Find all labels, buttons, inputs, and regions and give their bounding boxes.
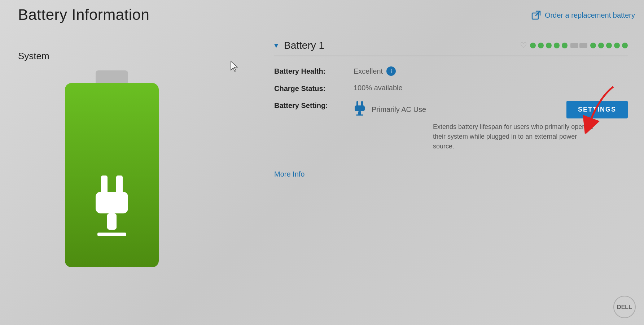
svg-rect-1: [101, 176, 108, 194]
dot-6: [590, 43, 596, 48]
page-title: Battery Information: [18, 6, 149, 23]
svg-rect-10: [358, 111, 361, 115]
mouse-cursor: ​: [230, 61, 239, 75]
right-panel: ▾ Battery 1 ♡: [274, 40, 628, 178]
svg-rect-4: [107, 213, 117, 230]
order-battery-button[interactable]: Order a replacement battery: [531, 10, 635, 20]
battery-fill: [65, 83, 159, 267]
battery-title: Battery 1: [284, 40, 514, 51]
charge-status-row: Charge Status: 100% available: [274, 84, 628, 93]
battery-bar: [570, 43, 587, 48]
plug-setting-icon: [354, 101, 366, 118]
heart-icon: ♡: [520, 41, 527, 50]
setting-description: Extends battery lifespan for users who p…: [433, 122, 599, 151]
bar-seg-1: [570, 43, 578, 48]
dot-1: [530, 43, 536, 48]
dot-2: [538, 43, 544, 48]
charge-status-value: 100% available: [354, 84, 403, 92]
battery-setting-label: Battery Setting:: [274, 101, 354, 110]
dot-7: [598, 43, 604, 48]
battery-health-row: Battery Health: Excellent i: [274, 66, 628, 76]
battery-setting-value: Primarily AC Use: [372, 105, 426, 114]
charge-status-label: Charge Status:: [274, 84, 354, 93]
battery-info-table: Battery Health: Excellent i Charge Statu…: [274, 66, 628, 151]
health-info-button[interactable]: i: [386, 66, 396, 76]
dot-9: [614, 43, 620, 48]
battery-illustration: [65, 70, 159, 273]
charge-status-value-container: 100% available: [354, 84, 403, 92]
dell-logo: DELL: [613, 295, 636, 318]
svg-rect-5: [97, 233, 126, 236]
battery-header: ▾ Battery 1 ♡: [274, 40, 628, 56]
battery-health-value-container: Excellent i: [354, 66, 396, 76]
dot-10: [622, 43, 628, 48]
battery-health-value: Excellent: [354, 67, 383, 75]
battery-status-icons: ♡: [520, 41, 628, 50]
dot-3: [546, 43, 552, 48]
dot-5: [562, 43, 568, 48]
external-link-icon: [531, 10, 541, 20]
svg-rect-11: [356, 114, 363, 116]
battery-terminal: [96, 70, 128, 84]
battery-setting-value-container: Primarily AC Use SETTINGS: [354, 101, 628, 118]
order-battery-label: Order a replacement battery: [545, 11, 635, 20]
svg-rect-3: [96, 192, 128, 213]
more-info-link[interactable]: More Info: [274, 170, 305, 178]
dot-8: [606, 43, 612, 48]
svg-rect-9: [355, 105, 365, 111]
dots-group-1: [530, 43, 568, 48]
system-label: System: [18, 51, 49, 62]
dot-4: [554, 43, 560, 48]
svg-text:DELL: DELL: [617, 304, 632, 310]
svg-rect-8: [361, 101, 363, 106]
svg-rect-2: [116, 176, 123, 194]
dots-group-2: [590, 43, 628, 48]
bar-seg-2: [579, 43, 587, 48]
svg-rect-7: [356, 101, 358, 106]
battery-health-label: Battery Health:: [274, 66, 354, 75]
battery-collapse-chevron[interactable]: ▾: [274, 41, 278, 50]
settings-button[interactable]: SETTINGS: [566, 101, 628, 118]
battery-setting-row: Battery Setting: Primarily AC Use: [274, 101, 628, 151]
